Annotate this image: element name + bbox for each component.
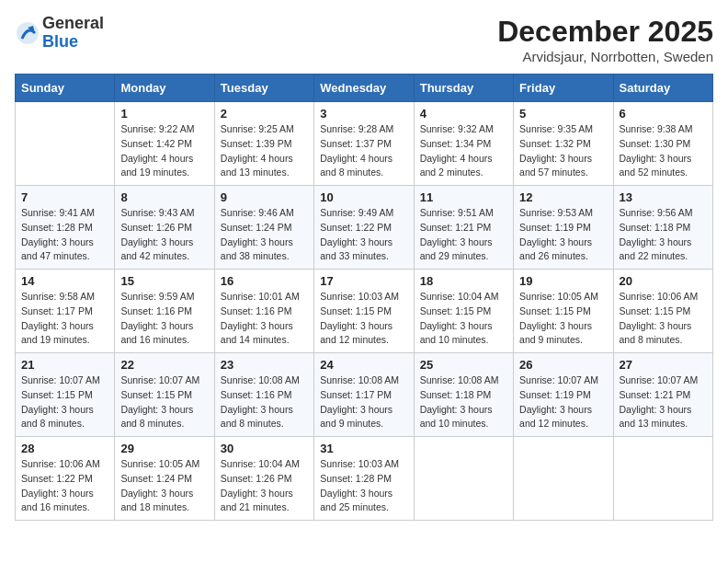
day-number: 13	[620, 190, 707, 204]
day-number: 18	[420, 274, 507, 288]
day-info: Sunrise: 10:01 AM Sunset: 1:16 PM Daylig…	[221, 290, 308, 348]
day-number: 21	[21, 358, 108, 372]
day-info: Sunrise: 10:03 AM Sunset: 1:28 PM Daylig…	[320, 457, 407, 515]
day-number: 14	[21, 274, 108, 288]
day-number: 28	[21, 442, 108, 455]
day-number: 9	[221, 190, 308, 204]
day-info: Sunrise: 10:08 AM Sunset: 1:17 PM Daylig…	[320, 373, 407, 431]
day-info: Sunrise: 10:07 AM Sunset: 1:15 PM Daylig…	[120, 373, 208, 431]
day-info: Sunrise: 9:56 AM Sunset: 1:18 PM Dayligh…	[620, 206, 707, 264]
calendar-cell	[16, 102, 115, 186]
calendar-cell: 15Sunrise: 9:59 AM Sunset: 1:16 PM Dayli…	[115, 270, 214, 353]
title-block: December 2025 Arvidsjaur, Norrbotten, Sw…	[497, 15, 713, 64]
day-number: 19	[519, 274, 607, 288]
day-number: 30	[221, 442, 308, 455]
day-info: Sunrise: 9:25 AM Sunset: 1:39 PM Dayligh…	[221, 122, 308, 180]
day-number: 26	[519, 358, 607, 372]
calendar-cell: 27Sunrise: 10:07 AM Sunset: 1:21 PM Dayl…	[613, 353, 712, 437]
calendar-cell: 10Sunrise: 9:49 AM Sunset: 1:22 PM Dayli…	[314, 186, 414, 270]
day-info: Sunrise: 10:08 AM Sunset: 1:16 PM Daylig…	[221, 373, 308, 431]
day-info: Sunrise: 10:04 AM Sunset: 1:26 PM Daylig…	[221, 457, 308, 515]
day-number: 10	[320, 190, 407, 204]
day-number: 24	[320, 358, 407, 372]
day-number: 31	[320, 442, 407, 455]
calendar-cell	[414, 437, 513, 521]
day-number: 20	[620, 274, 707, 288]
calendar-cell: 3Sunrise: 9:28 AM Sunset: 1:37 PM Daylig…	[314, 102, 414, 186]
header-saturday: Saturday	[613, 75, 712, 102]
logo-icon	[15, 20, 40, 46]
day-info: Sunrise: 9:35 AM Sunset: 1:32 PM Dayligh…	[519, 122, 607, 180]
calendar-cell: 28Sunrise: 10:06 AM Sunset: 1:22 PM Dayl…	[16, 437, 115, 521]
month-title: December 2025	[497, 15, 713, 49]
day-info: Sunrise: 9:28 AM Sunset: 1:37 PM Dayligh…	[320, 122, 407, 180]
calendar-cell: 18Sunrise: 10:04 AM Sunset: 1:15 PM Dayl…	[414, 270, 513, 353]
day-number: 22	[120, 358, 208, 372]
day-info: Sunrise: 9:43 AM Sunset: 1:26 PM Dayligh…	[120, 206, 208, 264]
day-info: Sunrise: 9:51 AM Sunset: 1:21 PM Dayligh…	[420, 206, 507, 264]
header-friday: Friday	[514, 75, 613, 102]
calendar-week-row: 28Sunrise: 10:06 AM Sunset: 1:22 PM Dayl…	[16, 437, 713, 521]
day-number: 15	[120, 274, 208, 288]
day-info: Sunrise: 10:08 AM Sunset: 1:18 PM Daylig…	[420, 373, 507, 431]
day-info: Sunrise: 10:06 AM Sunset: 1:22 PM Daylig…	[21, 457, 108, 515]
calendar-week-row: 1Sunrise: 9:22 AM Sunset: 1:42 PM Daylig…	[16, 102, 713, 186]
calendar-cell: 14Sunrise: 9:58 AM Sunset: 1:17 PM Dayli…	[16, 270, 115, 353]
logo-blue: Blue	[42, 33, 104, 52]
calendar-cell: 26Sunrise: 10:07 AM Sunset: 1:19 PM Dayl…	[514, 353, 613, 437]
calendar-week-row: 14Sunrise: 9:58 AM Sunset: 1:17 PM Dayli…	[16, 270, 713, 353]
calendar-cell: 11Sunrise: 9:51 AM Sunset: 1:21 PM Dayli…	[414, 186, 513, 270]
calendar-cell: 24Sunrise: 10:08 AM Sunset: 1:17 PM Dayl…	[314, 353, 414, 437]
day-info: Sunrise: 9:46 AM Sunset: 1:24 PM Dayligh…	[221, 206, 308, 264]
header-monday: Monday	[115, 75, 214, 102]
calendar-cell: 17Sunrise: 10:03 AM Sunset: 1:15 PM Dayl…	[314, 270, 414, 353]
header-thursday: Thursday	[414, 75, 513, 102]
day-info: Sunrise: 10:07 AM Sunset: 1:15 PM Daylig…	[21, 373, 108, 431]
day-number: 29	[120, 442, 208, 455]
day-info: Sunrise: 10:05 AM Sunset: 1:15 PM Daylig…	[519, 290, 607, 348]
day-number: 2	[221, 107, 308, 121]
day-number: 8	[120, 190, 208, 204]
day-number: 4	[420, 107, 507, 121]
calendar-cell	[514, 437, 613, 521]
logo-general: General	[42, 15, 104, 33]
calendar-cell: 7Sunrise: 9:41 AM Sunset: 1:28 PM Daylig…	[16, 186, 115, 270]
day-info: Sunrise: 9:59 AM Sunset: 1:16 PM Dayligh…	[120, 290, 208, 348]
header-wednesday: Wednesday	[314, 75, 414, 102]
calendar-cell: 5Sunrise: 9:35 AM Sunset: 1:32 PM Daylig…	[514, 102, 613, 186]
calendar-cell: 29Sunrise: 10:05 AM Sunset: 1:24 PM Dayl…	[115, 437, 214, 521]
calendar-cell: 19Sunrise: 10:05 AM Sunset: 1:15 PM Dayl…	[514, 270, 613, 353]
day-info: Sunrise: 9:32 AM Sunset: 1:34 PM Dayligh…	[420, 122, 507, 180]
day-number: 11	[420, 190, 507, 204]
day-number: 17	[320, 274, 407, 288]
calendar-cell: 25Sunrise: 10:08 AM Sunset: 1:18 PM Dayl…	[414, 353, 513, 437]
calendar-cell: 30Sunrise: 10:04 AM Sunset: 1:26 PM Dayl…	[214, 437, 313, 521]
calendar-cell: 9Sunrise: 9:46 AM Sunset: 1:24 PM Daylig…	[214, 186, 313, 270]
calendar-cell: 4Sunrise: 9:32 AM Sunset: 1:34 PM Daylig…	[414, 102, 513, 186]
day-info: Sunrise: 10:05 AM Sunset: 1:24 PM Daylig…	[120, 457, 208, 515]
logo: General Blue	[15, 15, 104, 52]
day-number: 5	[519, 107, 607, 121]
calendar-week-row: 7Sunrise: 9:41 AM Sunset: 1:28 PM Daylig…	[16, 186, 713, 270]
day-info: Sunrise: 10:03 AM Sunset: 1:15 PM Daylig…	[320, 290, 407, 348]
calendar-cell	[613, 437, 712, 521]
calendar-cell: 22Sunrise: 10:07 AM Sunset: 1:15 PM Dayl…	[115, 353, 214, 437]
calendar-cell: 6Sunrise: 9:38 AM Sunset: 1:30 PM Daylig…	[613, 102, 712, 186]
location: Arvidsjaur, Norrbotten, Sweden	[497, 49, 713, 64]
day-number: 6	[620, 107, 707, 121]
day-number: 27	[620, 358, 707, 372]
header-sunday: Sunday	[16, 75, 115, 102]
day-number: 7	[21, 190, 108, 204]
calendar-header-row: SundayMondayTuesdayWednesdayThursdayFrid…	[16, 75, 713, 102]
calendar-week-row: 21Sunrise: 10:07 AM Sunset: 1:15 PM Dayl…	[16, 353, 713, 437]
day-info: Sunrise: 10:06 AM Sunset: 1:15 PM Daylig…	[620, 290, 707, 348]
header-tuesday: Tuesday	[214, 75, 313, 102]
calendar-cell: 31Sunrise: 10:03 AM Sunset: 1:28 PM Dayl…	[314, 437, 414, 521]
calendar-cell: 2Sunrise: 9:25 AM Sunset: 1:39 PM Daylig…	[214, 102, 313, 186]
day-number: 3	[320, 107, 407, 121]
calendar-cell: 23Sunrise: 10:08 AM Sunset: 1:16 PM Dayl…	[214, 353, 313, 437]
calendar-cell: 12Sunrise: 9:53 AM Sunset: 1:19 PM Dayli…	[514, 186, 613, 270]
day-number: 16	[221, 274, 308, 288]
day-number: 12	[519, 190, 607, 204]
day-info: Sunrise: 9:22 AM Sunset: 1:42 PM Dayligh…	[120, 122, 208, 180]
